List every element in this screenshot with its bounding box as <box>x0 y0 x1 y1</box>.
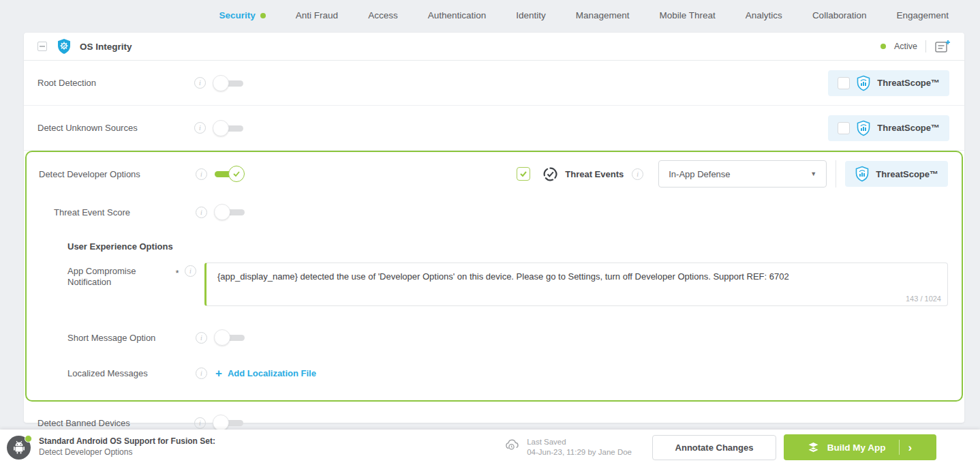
threatscope-shield-icon <box>856 120 871 136</box>
tab-engagement[interactable]: Engagement <box>896 10 949 20</box>
divider <box>836 160 836 188</box>
feature-label: Threat Event Score <box>54 207 196 217</box>
threat-events-cluster: Threat Events i In-App Defense ▼ <box>517 160 962 188</box>
char-counter: 143 / 1024 <box>906 295 941 303</box>
add-localization-file-label: Add Localization File <box>228 368 316 378</box>
user-experience-options-heading: User Experience Options <box>27 239 962 253</box>
plus-icon: + <box>215 368 222 379</box>
feature-label: Detect Banned Devices <box>37 418 194 428</box>
threat-events-checkbox[interactable] <box>517 167 530 181</box>
collapse-section-icon[interactable] <box>37 42 47 51</box>
os-integrity-card: OS Integrity Active Root Detection i <box>24 33 964 423</box>
tab-identity[interactable]: Identity <box>516 10 546 20</box>
tab-anti-fraud[interactable]: Anti Fraud <box>296 10 338 20</box>
section-title: OS Integrity <box>80 42 132 52</box>
feature-label: Detect Developer Options <box>39 169 196 179</box>
tab-label: Anti Fraud <box>296 10 338 20</box>
info-icon[interactable]: i <box>194 77 206 89</box>
tab-label: Access <box>368 10 398 20</box>
build-my-app-label: Build My App <box>827 442 886 453</box>
feature-label: App Compromise Notification <box>67 262 170 287</box>
last-saved-value: 04-Jun-23, 11:29 by Jane Doe <box>527 447 632 457</box>
info-icon[interactable]: i <box>196 168 207 180</box>
feature-label: Localized Messages <box>67 368 196 378</box>
feature-label: Root Detection <box>37 78 194 88</box>
notification-message-input[interactable]: {app_display_name} detected the use of '… <box>204 262 948 306</box>
info-icon[interactable]: i <box>196 332 207 344</box>
android-os-icon <box>7 436 31 460</box>
highlighted-feature-group: Detect Developer Options i Threat Events… <box>25 151 963 402</box>
fusion-set-subtitle: Detect Developer Options <box>39 447 215 458</box>
info-icon[interactable]: i <box>196 368 207 379</box>
tab-label: Management <box>576 10 630 20</box>
tab-authentication[interactable]: Authentication <box>428 10 487 20</box>
tab-mobile-threat[interactable]: Mobile Threat <box>660 10 716 20</box>
tab-label: Analytics <box>746 10 782 20</box>
threat-events-icon <box>542 166 558 182</box>
divider <box>899 440 900 455</box>
tab-label: Authentication <box>428 10 487 20</box>
row-detect-unknown-sources: Detect Unknown Sources i ThreatScope™ <box>24 106 964 151</box>
short-message-option-toggle[interactable] <box>214 329 245 346</box>
threat-event-score-toggle[interactable] <box>214 204 245 220</box>
tab-access[interactable]: Access <box>368 10 398 20</box>
row-detect-developer-options: Detect Developer Options i Threat Events… <box>27 153 962 194</box>
threatscope-button[interactable]: ThreatScope™ <box>828 70 949 96</box>
root-detection-toggle[interactable] <box>213 75 244 91</box>
detect-banned-devices-toggle[interactable] <box>213 415 244 431</box>
tab-security[interactable]: Security <box>219 10 266 20</box>
info-icon[interactable]: i <box>185 265 196 277</box>
tab-label: Identity <box>516 10 546 20</box>
fusion-set-title: Standard Android OS Support for Fusion S… <box>39 436 215 447</box>
add-note-icon[interactable] <box>934 40 951 54</box>
dropdown-value: In-App Defense <box>669 169 730 179</box>
detect-developer-options-toggle[interactable] <box>214 166 245 182</box>
threatscope-button[interactable]: ThreatScope™ <box>845 161 948 187</box>
info-icon[interactable]: i <box>194 122 206 134</box>
info-icon[interactable]: i <box>194 417 206 429</box>
add-localization-file-link[interactable]: + Add Localization File <box>215 368 316 379</box>
footer-bar: Standard Android OS Support for Fusion S… <box>0 430 980 465</box>
threatscope-shield-icon <box>855 166 870 182</box>
last-saved-label: Last Saved <box>527 437 632 447</box>
divider <box>925 40 926 52</box>
threatscope-checkbox[interactable] <box>838 77 850 89</box>
threatscope-label: ThreatScope™ <box>877 78 940 88</box>
fusion-set-info: Standard Android OS Support for Fusion S… <box>39 436 215 457</box>
row-localized-messages: Localized Messages i + Add Localization … <box>27 355 962 391</box>
threatscope-checkbox[interactable] <box>838 122 850 134</box>
tab-label: Security <box>219 10 256 20</box>
threat-events-label: Threat Events <box>565 169 624 179</box>
row-root-detection: Root Detection i ThreatScope™ <box>24 61 964 106</box>
shield-gear-icon <box>57 38 72 55</box>
tab-label: Engagement <box>896 10 949 20</box>
build-icon <box>807 441 820 453</box>
cloud-history-icon <box>505 438 520 451</box>
threatscope-button[interactable]: ThreatScope™ <box>828 115 949 141</box>
detect-unknown-sources-toggle[interactable] <box>213 120 244 136</box>
last-saved-info: Last Saved 04-Jun-23, 11:29 by Jane Doe <box>505 437 632 457</box>
status-dot <box>881 44 886 49</box>
top-nav: Security Anti Fraud Access Authenticatio… <box>0 0 980 31</box>
threat-events-action-dropdown[interactable]: In-App Defense ▼ <box>658 160 827 188</box>
feature-label: Detect Unknown Sources <box>37 123 194 133</box>
info-icon[interactable]: i <box>196 207 207 218</box>
section-header: OS Integrity Active <box>24 33 964 61</box>
build-my-app-button[interactable]: Build My App › <box>784 434 936 460</box>
info-icon[interactable]: i <box>632 168 643 180</box>
chevron-down-icon: ▼ <box>810 170 816 177</box>
threatscope-shield-icon <box>856 75 871 91</box>
annotate-changes-button[interactable]: Annotate Changes <box>652 435 776 460</box>
row-short-message-option: Short Message Option i <box>27 320 962 355</box>
threatscope-label: ThreatScope™ <box>877 123 940 133</box>
status-dot <box>25 435 32 442</box>
tab-label: Mobile Threat <box>660 10 716 20</box>
required-asterisk: * <box>170 262 185 278</box>
row-threat-event-score: Threat Event Score i <box>27 194 962 230</box>
tab-management[interactable]: Management <box>576 10 630 20</box>
notification-message-field-wrap: {app_display_name} detected the use of '… <box>204 262 948 309</box>
tab-collaboration[interactable]: Collaboration <box>812 10 867 20</box>
tab-analytics[interactable]: Analytics <box>746 10 782 20</box>
chevron-right-icon[interactable]: › <box>907 442 914 453</box>
row-app-compromise-notification: App Compromise Notification * i {app_dis… <box>27 256 962 316</box>
